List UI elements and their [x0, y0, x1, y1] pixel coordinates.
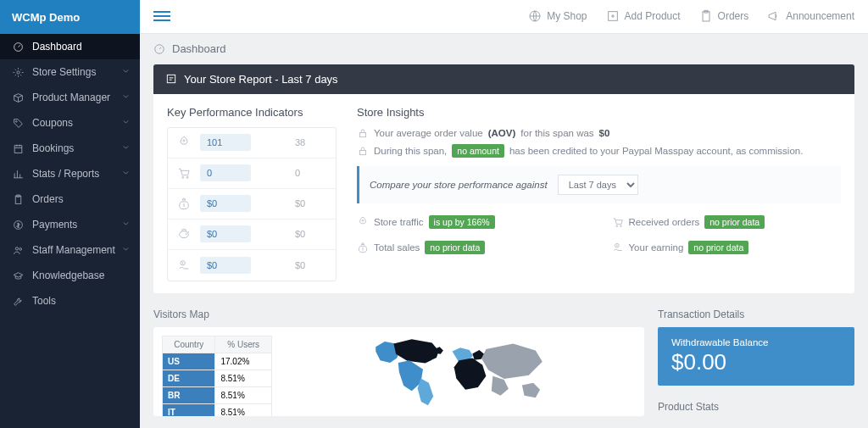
svg-rect-3	[14, 145, 22, 153]
chevron-down-icon	[120, 142, 131, 153]
kpi-list: 1013800$0$0$0$0$0$0	[167, 127, 337, 281]
kpi-previous: $0	[295, 198, 329, 208]
svg-point-15	[183, 140, 185, 142]
table-col-country: Country	[163, 336, 215, 353]
kpi-row: $0$0	[168, 220, 336, 250]
kpi-row: $0$0	[168, 250, 336, 281]
table-row: DE8.51%	[163, 370, 272, 386]
topbar-link-label: Add Product	[625, 10, 681, 22]
sidebar-item-dashboard[interactable]: Dashboard	[0, 34, 140, 59]
kpi-current: $0	[200, 225, 251, 242]
sidebar-item-product-manager[interactable]: Product Manager	[0, 85, 140, 110]
rocket-icon	[357, 216, 369, 228]
compare-box: Compare your store performance against L…	[357, 166, 841, 203]
moneybag-icon	[177, 197, 191, 210]
aov-text-pre: Your average order value	[374, 128, 483, 138]
country-pct: 8.51%	[215, 403, 272, 416]
kpi-previous: 38	[295, 137, 329, 147]
calendar-icon	[13, 143, 24, 154]
handmoney-icon	[177, 258, 191, 272]
topbar-link-my-shop[interactable]: My Shop	[528, 9, 587, 23]
country-code: DE	[163, 370, 215, 386]
balance-amount: $0.00	[671, 349, 841, 375]
breadcrumb-text: Dashboard	[172, 42, 226, 55]
brand-logo: WCMp Demo	[0, 0, 140, 34]
menu-toggle-icon[interactable]	[153, 8, 170, 24]
topbar-link-label: Orders	[718, 10, 749, 22]
kpi-row: 10138	[168, 128, 336, 158]
box-icon	[13, 92, 24, 103]
sidebar-item-label: Tools	[32, 295, 56, 307]
country-code: BR	[163, 386, 215, 403]
chart-icon	[13, 169, 24, 180]
cart-icon	[612, 216, 624, 228]
sidebar-item-label: Store Settings	[32, 66, 96, 78]
metric-badge: is up by 166%	[429, 215, 495, 229]
topbar-links: My ShopAdd ProductOrdersAnnouncement	[528, 9, 854, 23]
balance-label: Withdrawable Balance	[671, 337, 841, 347]
cap-icon	[13, 270, 24, 281]
visitors-card: Country % Users US17.02%DE8.51%BR8.51%IT…	[153, 327, 644, 416]
kpi-current: $0	[200, 257, 251, 274]
topbar-link-label: My Shop	[547, 10, 587, 22]
sidebar-item-store-settings[interactable]: Store Settings	[0, 59, 140, 85]
visitors-title: Visitors Map	[153, 308, 644, 320]
topbar-link-orders[interactable]: Orders	[699, 9, 749, 23]
svg-point-8	[19, 247, 21, 250]
sidebar-item-label: Product Manager	[32, 92, 110, 103]
topbar-link-announcement[interactable]: Announcement	[767, 9, 854, 23]
sidebar-item-knowledgebase[interactable]: Knowledgebase	[0, 263, 140, 288]
metric-label: Your earning	[629, 242, 684, 253]
report-icon	[165, 73, 177, 85]
balance-card: Withdrawable Balance $0.00	[658, 327, 854, 386]
topbar-link-add-product[interactable]: Add Product	[606, 9, 681, 23]
sidebar-item-label: Stats / Reports	[32, 168, 99, 180]
sidebar-item-coupons[interactable]: Coupons	[0, 110, 140, 136]
metric-item: Received orders no prior data	[612, 215, 842, 229]
metric-label: Received orders	[629, 217, 700, 227]
svg-point-24	[615, 225, 617, 226]
metric-label: Total sales	[374, 242, 420, 253]
sidebar-item-bookings[interactable]: Bookings	[0, 136, 140, 161]
sidebar-item-orders[interactable]: Orders	[0, 186, 140, 212]
country-code: IT	[163, 403, 215, 416]
chevron-down-icon	[120, 65, 131, 76]
content: Your Store Report - Last 7 days Key Perf…	[140, 64, 868, 428]
sidebar-item-label: Coupons	[32, 117, 73, 129]
svg-rect-14	[167, 75, 175, 83]
sidebar-item-payments[interactable]: Payments	[0, 212, 140, 237]
gauge-icon	[13, 42, 24, 53]
country-pct: 8.51%	[215, 386, 272, 403]
add-box-icon	[606, 9, 620, 23]
sidebar-item-label: Dashboard	[32, 41, 82, 53]
dollar-icon	[13, 220, 24, 231]
kpi-previous: $0	[295, 260, 329, 270]
commission-pre: During this span,	[374, 146, 447, 156]
sidebar-item-tools[interactable]: Tools	[0, 288, 140, 314]
sidebar-item-staff-management[interactable]: Staff Management	[0, 237, 140, 263]
insights-title: Store Insights	[357, 106, 841, 119]
chevron-down-icon	[120, 243, 131, 254]
insights-section: Store Insights Your average order value …	[357, 106, 841, 281]
lower-row: Visitors Map Country % Users US17.02%DE8…	[153, 308, 854, 416]
report-title: Your Store Report - Last 7 days	[184, 73, 338, 86]
main-area: My ShopAdd ProductOrdersAnnouncement Das…	[140, 0, 868, 428]
metric-badge: no prior data	[425, 241, 485, 254]
transaction-title: Transaction Details	[658, 308, 854, 320]
compare-select[interactable]: Last 7 days	[558, 175, 638, 195]
lock-icon	[357, 145, 369, 157]
sidebar-item-label: Knowledgebase	[32, 270, 104, 281]
sidebar-item-stats-reports[interactable]: Stats / Reports	[0, 161, 140, 186]
kpi-title: Key Performance Indicators	[167, 106, 337, 119]
world-map[interactable]	[282, 336, 636, 408]
metric-badge: no prior data	[704, 215, 765, 229]
country-table: Country % Users US17.02%DE8.51%BR8.51%IT…	[162, 336, 272, 416]
sidebar: WCMp Demo DashboardStore SettingsProduct…	[0, 0, 140, 428]
table-row: US17.02%	[163, 353, 272, 370]
sidebar-nav: DashboardStore SettingsProduct ManagerCo…	[0, 34, 140, 428]
clipboard-icon	[13, 194, 24, 205]
chevron-down-icon	[120, 91, 131, 102]
cart-icon	[177, 166, 191, 180]
kpi-current: $0	[200, 195, 251, 212]
clipboard-icon	[699, 9, 713, 23]
